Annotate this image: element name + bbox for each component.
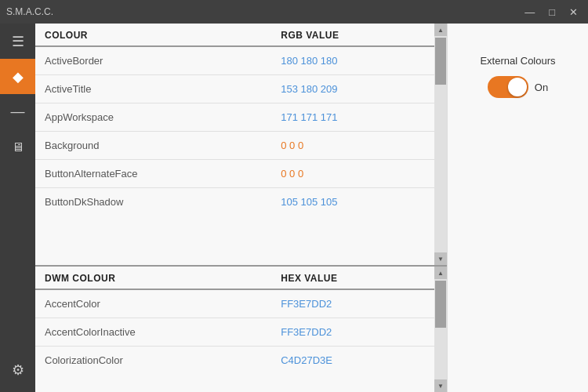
- home-icon: ◆: [13, 68, 24, 85]
- colour-value: 171 171 171: [271, 103, 434, 132]
- colour-name: ActiveTitle: [35, 75, 271, 103]
- table-row: ActiveTitle153 180 209: [35, 75, 434, 103]
- colour-value: 153 180 209: [271, 75, 434, 103]
- scroll-up-arrow[interactable]: ▲: [434, 24, 447, 36]
- bottom-scrollbar: ▲ ▼: [434, 267, 447, 392]
- monitor-icon: 🖥: [12, 140, 24, 154]
- colour-col-header: COLOUR: [35, 24, 271, 46]
- maximize-button[interactable]: □: [545, 7, 559, 17]
- app-title: S.M.A.C.C.: [6, 6, 521, 17]
- colour-table: COLOUR RGB VALUE ActiveBorder180 180 180…: [35, 24, 434, 216]
- left-panel: COLOUR RGB VALUE ActiveBorder180 180 180…: [35, 24, 447, 392]
- dwm-hex-value: FF3E7DD2: [271, 318, 434, 347]
- menu-icon: ☰: [12, 33, 24, 50]
- table-row: Background0 0 0: [35, 132, 434, 160]
- table-row: ColorizationColorC4D27D3E: [35, 347, 434, 375]
- sidebar-item-monitor[interactable]: 🖥: [0, 129, 35, 165]
- bottom-scroll-down-arrow[interactable]: ▼: [434, 379, 447, 392]
- sidebar-item-dash[interactable]: —: [0, 94, 35, 129]
- toggle-state-label: On: [535, 82, 548, 93]
- colour-name: ButtonAlternateFace: [35, 160, 271, 188]
- minimize-button[interactable]: —: [521, 7, 539, 17]
- colour-name: Background: [35, 132, 271, 160]
- dwm-col-header: DWM COLOUR: [35, 267, 271, 289]
- scroll-thumb-top[interactable]: [435, 38, 446, 85]
- colour-value: 180 180 180: [271, 46, 434, 75]
- scroll-thumb-bottom[interactable]: [435, 281, 446, 328]
- toggle-row: On: [488, 76, 548, 98]
- dwm-table: DWM COLOUR HEX VALUE AccentColorFF3E7DD2…: [35, 267, 434, 374]
- content-area: COLOUR RGB VALUE ActiveBorder180 180 180…: [35, 24, 588, 392]
- close-button[interactable]: ✕: [565, 7, 582, 17]
- title-bar: S.M.A.C.C. — □ ✕: [0, 0, 588, 24]
- colour-value: 105 105 105: [271, 188, 434, 216]
- bottom-scroll-up-arrow[interactable]: ▲: [434, 267, 447, 279]
- external-colours-label: External Colours: [480, 55, 555, 67]
- top-scrollbar: ▲ ▼: [434, 24, 447, 265]
- sidebar-item-home[interactable]: ◆: [0, 59, 35, 94]
- rgb-col-header: RGB VALUE: [271, 24, 434, 46]
- app-body: ☰ ◆ — 🖥 ⚙ COLOUR: [0, 24, 588, 392]
- colour-table-wrapper: COLOUR RGB VALUE ActiveBorder180 180 180…: [35, 24, 434, 265]
- right-panel: External Colours On: [447, 24, 588, 392]
- colour-value: 0 0 0: [271, 132, 434, 160]
- bottom-scroll-space: [434, 329, 447, 379]
- table-row: AccentColorInactiveFF3E7DD2: [35, 318, 434, 347]
- dwm-colour-name: AccentColor: [35, 289, 271, 318]
- table-row: AppWorkspace171 171 171: [35, 103, 434, 132]
- dwm-table-wrapper: DWM COLOUR HEX VALUE AccentColorFF3E7DD2…: [35, 267, 434, 392]
- colour-name: ActiveBorder: [35, 46, 271, 75]
- dwm-hex-value: FF3E7DD2: [271, 289, 434, 318]
- settings-icon: ⚙: [12, 361, 24, 379]
- table-row: AccentColorFF3E7DD2: [35, 289, 434, 318]
- colour-name: ButtonDkShadow: [35, 188, 271, 216]
- toggle-knob: [508, 78, 527, 96]
- dwm-hex-value: C4D27D3E: [271, 347, 434, 375]
- top-section: COLOUR RGB VALUE ActiveBorder180 180 180…: [35, 24, 447, 267]
- colour-value: 0 0 0: [271, 160, 434, 188]
- sidebar-item-menu[interactable]: ☰: [0, 24, 35, 59]
- external-colours-toggle[interactable]: [488, 76, 528, 98]
- colour-name: AppWorkspace: [35, 103, 271, 132]
- dash-icon: —: [11, 103, 25, 120]
- scroll-down-arrow[interactable]: ▼: [434, 252, 447, 265]
- table-row: ActiveBorder180 180 180: [35, 46, 434, 75]
- sidebar-item-settings[interactable]: ⚙: [0, 352, 35, 387]
- bottom-section: DWM COLOUR HEX VALUE AccentColorFF3E7DD2…: [35, 267, 447, 392]
- sidebar: ☰ ◆ — 🖥 ⚙: [0, 24, 35, 392]
- dwm-colour-name: ColorizationColor: [35, 347, 271, 375]
- table-row: ButtonDkShadow105 105 105: [35, 188, 434, 216]
- table-row: ButtonAlternateFace0 0 0: [35, 160, 434, 188]
- hex-col-header: HEX VALUE: [271, 267, 434, 289]
- window-controls: — □ ✕: [521, 7, 582, 17]
- dwm-colour-name: AccentColorInactive: [35, 318, 271, 347]
